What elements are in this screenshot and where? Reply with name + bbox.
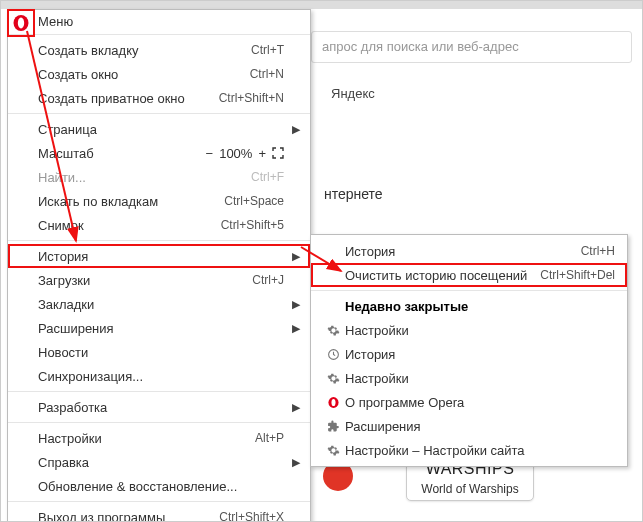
opera-menu-button[interactable]	[7, 9, 35, 37]
label: Расширения	[343, 419, 615, 434]
chevron-right-icon: ▶	[292, 298, 300, 311]
label: Недавно закрытые	[343, 299, 615, 314]
separator	[8, 391, 310, 392]
separator	[311, 290, 627, 291]
label: О программе Opera	[343, 395, 615, 410]
menu-search-tabs[interactable]: Искать по вкладкамCtrl+Space	[8, 189, 310, 213]
shortcut: Ctrl+Shift+X	[219, 510, 284, 522]
history-submenu: ИсторияCtrl+H Очистить историю посещений…	[310, 234, 628, 467]
fullscreen-icon[interactable]	[272, 147, 284, 159]
opera-icon	[12, 14, 30, 32]
label: Создать приватное окно	[38, 91, 219, 106]
svg-point-4	[331, 398, 335, 405]
label: Закладки	[38, 297, 284, 312]
chevron-right-icon: ▶	[292, 401, 300, 414]
label: Очистить историю посещений	[343, 268, 540, 283]
menu-settings[interactable]: НастройкиAlt+P	[8, 426, 310, 450]
menu-snapshot[interactable]: СнимокCtrl+Shift+5	[8, 213, 310, 237]
label: Искать по вкладкам	[38, 194, 224, 209]
menu-dev[interactable]: Разработка▶	[8, 395, 310, 419]
gear-icon	[323, 444, 343, 457]
label: Найти...	[38, 170, 251, 185]
recently-closed-header: Недавно закрытые	[311, 294, 627, 318]
menu-new-tab[interactable]: Создать вкладкуCtrl+T	[8, 38, 310, 62]
opera-icon	[323, 396, 343, 409]
menu-exit[interactable]: Выход из программыCtrl+Shift+X	[8, 505, 310, 522]
recent-item[interactable]: Настройки	[311, 318, 627, 342]
shortcut: Ctrl+Shift+Del	[540, 268, 615, 282]
separator	[8, 501, 310, 502]
label: Разработка	[38, 400, 284, 415]
tile-caption: World of Warships	[411, 482, 529, 496]
menu-help[interactable]: Справка▶	[8, 450, 310, 474]
chevron-right-icon: ▶	[292, 123, 300, 136]
chevron-right-icon: ▶	[292, 456, 300, 469]
label: Настройки	[38, 431, 255, 446]
menu-news[interactable]: Новости	[8, 340, 310, 364]
label: Загрузки	[38, 273, 252, 288]
label: Создать вкладку	[38, 43, 251, 58]
menu-page[interactable]: Страница▶	[8, 117, 310, 141]
label: Настройки	[343, 323, 615, 338]
shortcut: Ctrl+T	[251, 43, 284, 57]
separator	[8, 113, 310, 114]
zoom-value: 100%	[219, 146, 252, 161]
label: Создать окно	[38, 67, 250, 82]
label: Новости	[38, 345, 284, 360]
menu-extensions[interactable]: Расширения▶	[8, 316, 310, 340]
label: Выход из программы	[38, 510, 219, 523]
menu-new-private[interactable]: Создать приватное окноCtrl+Shift+N	[8, 86, 310, 110]
gear-icon	[323, 324, 343, 337]
address-placeholder: апрос для поиска или веб-адрес	[322, 39, 519, 54]
shortcut: Ctrl+Shift+N	[219, 91, 284, 105]
address-bar[interactable]: апрос для поиска или веб-адрес	[311, 31, 632, 63]
label: История	[343, 347, 615, 362]
separator	[8, 422, 310, 423]
menu-zoom: Масштаб − 100% +	[8, 141, 310, 165]
shortcut: Ctrl+H	[581, 244, 615, 258]
puzzle-icon	[323, 420, 343, 433]
shortcut: Ctrl+Space	[224, 194, 284, 208]
label: Обновление & восстановление...	[38, 479, 284, 494]
recent-item[interactable]: История	[311, 342, 627, 366]
clock-icon	[323, 348, 343, 361]
zoom-in-button[interactable]: +	[258, 146, 266, 161]
shortcut: Alt+P	[255, 431, 284, 445]
menu-bookmarks[interactable]: Закладки▶	[8, 292, 310, 316]
recent-item[interactable]: Настройки	[311, 366, 627, 390]
chevron-right-icon: ▶	[292, 250, 300, 263]
shortcut: Ctrl+J	[252, 273, 284, 287]
chevron-right-icon: ▶	[292, 322, 300, 335]
menu-update[interactable]: Обновление & восстановление...	[8, 474, 310, 498]
menu-history[interactable]: История▶	[8, 244, 310, 268]
label: Масштаб	[38, 146, 206, 161]
shortcut: Ctrl+N	[250, 67, 284, 81]
submenu-clear-history[interactable]: Очистить историю посещенийCtrl+Shift+Del	[311, 263, 627, 287]
label: Страница	[38, 122, 284, 137]
zoom-out-button[interactable]: −	[206, 146, 214, 161]
label: История	[38, 249, 284, 264]
menu-downloads[interactable]: ЗагрузкиCtrl+J	[8, 268, 310, 292]
gear-icon	[323, 372, 343, 385]
main-menu: Меню Создать вкладкуCtrl+T Создать окноC…	[7, 9, 311, 522]
menu-sync[interactable]: Синхронизация...	[8, 364, 310, 388]
label: Настройки	[343, 371, 615, 386]
menu-find[interactable]: Найти...Ctrl+F	[8, 165, 310, 189]
menu-header: Меню	[8, 10, 310, 35]
internet-label: нтернете	[324, 186, 383, 202]
recent-item[interactable]: Настройки – Настройки сайта	[311, 438, 627, 462]
label: История	[343, 244, 581, 259]
recent-item[interactable]: Расширения	[311, 414, 627, 438]
svg-point-1	[18, 18, 24, 29]
label: Расширения	[38, 321, 284, 336]
shortcut: Ctrl+F	[251, 170, 284, 184]
recent-item[interactable]: О программе Opera	[311, 390, 627, 414]
shortcut: Ctrl+Shift+5	[221, 218, 284, 232]
submenu-history[interactable]: ИсторияCtrl+H	[311, 239, 627, 263]
separator	[8, 240, 310, 241]
label: Справка	[38, 455, 284, 470]
yandex-label: Яндекс	[331, 86, 375, 101]
menu-new-window[interactable]: Создать окноCtrl+N	[8, 62, 310, 86]
label: Снимок	[38, 218, 221, 233]
label: Настройки – Настройки сайта	[343, 443, 615, 458]
